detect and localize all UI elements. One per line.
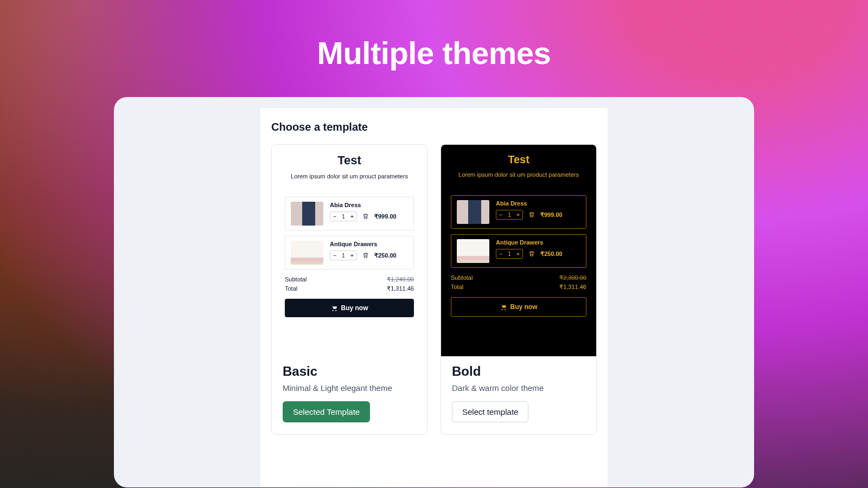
quantity-row: − 1 + ₹250.00 <box>496 249 563 259</box>
plus-icon[interactable]: + <box>348 213 356 220</box>
minus-icon[interactable]: − <box>330 252 339 259</box>
template-caption: Bold Dark & warm color theme Select temp… <box>441 356 596 434</box>
cart-icon <box>500 304 507 311</box>
cart-item: Antique Drawers − 1 + ₹250.0 <box>285 236 414 269</box>
product-name: Antique Drawers <box>330 241 397 247</box>
buy-now-label: Buy now <box>341 304 368 312</box>
quantity-value: 1 <box>339 214 348 220</box>
quantity-stepper[interactable]: − 1 + <box>330 251 357 260</box>
minus-icon[interactable]: − <box>496 211 505 218</box>
template-caption: Basic Minimal & Light elegant theme Sele… <box>272 356 427 434</box>
quantity-stepper[interactable]: − 1 + <box>330 211 357 221</box>
hero-title: Multiple themes <box>0 0 868 71</box>
buy-now-label: Buy now <box>510 303 538 311</box>
quantity-row: − 1 + ₹999.00 <box>330 211 397 221</box>
product-price: ₹999.00 <box>374 213 397 220</box>
total-label: Total <box>451 284 463 291</box>
totals-block: Subtotal ₹1,249.00 Total ₹1,311.46 <box>285 276 414 292</box>
minus-icon[interactable]: − <box>496 251 505 257</box>
cart-icon <box>331 305 338 312</box>
product-price: ₹250.00 <box>540 251 563 258</box>
plus-icon[interactable]: + <box>514 251 522 257</box>
quantity-row: − 1 + ₹250.00 <box>330 251 397 260</box>
product-price: ₹250.00 <box>374 252 397 259</box>
quantity-value: 1 <box>505 212 514 218</box>
selected-template-button[interactable]: Selected Template <box>283 401 370 422</box>
template-card-bold[interactable]: Test Lorem ipsum dolor sit um product pa… <box>441 144 597 435</box>
buy-now-button[interactable]: Buy now <box>451 297 586 317</box>
subtotal-value: ₹2,300.00 <box>559 274 586 281</box>
minus-icon[interactable]: − <box>330 213 339 220</box>
template-name: Basic <box>283 364 416 379</box>
cart-item: Abia Dress − 1 + ₹999.00 <box>285 197 414 230</box>
total-value: ₹1,311.46 <box>387 285 414 292</box>
product-image-drawers <box>291 241 323 265</box>
panel-title: Choose a template <box>271 121 597 133</box>
templates-container: Test Lorem ipsum dolor sit um prouct par… <box>271 144 597 435</box>
trash-icon[interactable] <box>528 251 535 257</box>
template-name: Bold <box>452 364 585 379</box>
totals-block: Subtotal ₹2,300.00 Total ₹1,311.46 <box>451 274 586 291</box>
select-template-button[interactable]: Select template <box>452 401 528 422</box>
quantity-value: 1 <box>339 253 348 259</box>
template-preview-basic: Test Lorem ipsum dolor sit um prouct par… <box>272 145 427 356</box>
template-card-basic[interactable]: Test Lorem ipsum dolor sit um prouct par… <box>271 144 427 435</box>
plus-icon[interactable]: + <box>348 252 356 259</box>
product-price: ₹999.00 <box>540 211 563 219</box>
template-panel: Choose a template Test Lorem ipsum dolor… <box>260 108 608 487</box>
plus-icon[interactable]: + <box>514 211 522 218</box>
trash-icon[interactable] <box>362 252 369 259</box>
product-image-dress <box>291 202 323 226</box>
trash-icon[interactable] <box>528 211 535 218</box>
cart-item: Abia Dress − 1 + ₹999.00 <box>451 195 586 229</box>
quantity-stepper[interactable]: − 1 + <box>496 210 523 220</box>
total-value: ₹1,311.46 <box>559 284 586 291</box>
total-label: Total <box>285 285 297 292</box>
template-preview-bold: Test Lorem ipsum dolor sit um product pa… <box>441 145 596 356</box>
quantity-row: − 1 + ₹999.00 <box>496 210 563 220</box>
product-image-dress <box>457 200 489 224</box>
quantity-value: 1 <box>505 251 514 257</box>
cart-item: Antique Drawers − 1 + ₹250.0 <box>451 234 586 268</box>
preview-title: Test <box>451 153 586 166</box>
subtotal-value: ₹1,249.00 <box>387 276 414 283</box>
product-name: Abia Dress <box>496 200 563 207</box>
template-description: Minimal & Light elegant theme <box>283 383 416 393</box>
template-description: Dark & warm color theme <box>452 383 585 393</box>
buy-now-button[interactable]: Buy now <box>285 299 414 317</box>
product-name: Antique Drawers <box>496 239 563 246</box>
product-image-drawers <box>457 239 489 263</box>
subtotal-label: Subtotal <box>285 276 307 283</box>
page-card: Choose a template Test Lorem ipsum dolor… <box>114 97 754 487</box>
subtotal-label: Subtotal <box>451 274 473 281</box>
preview-subtitle: Lorem ipsum dolor sit um prouct paramete… <box>282 173 417 179</box>
quantity-stepper[interactable]: − 1 + <box>496 249 523 259</box>
preview-title: Test <box>282 153 417 168</box>
product-name: Abia Dress <box>330 202 397 208</box>
preview-subtitle: Lorem ipsum dolor sit um product paramet… <box>451 171 586 178</box>
trash-icon[interactable] <box>362 213 369 220</box>
